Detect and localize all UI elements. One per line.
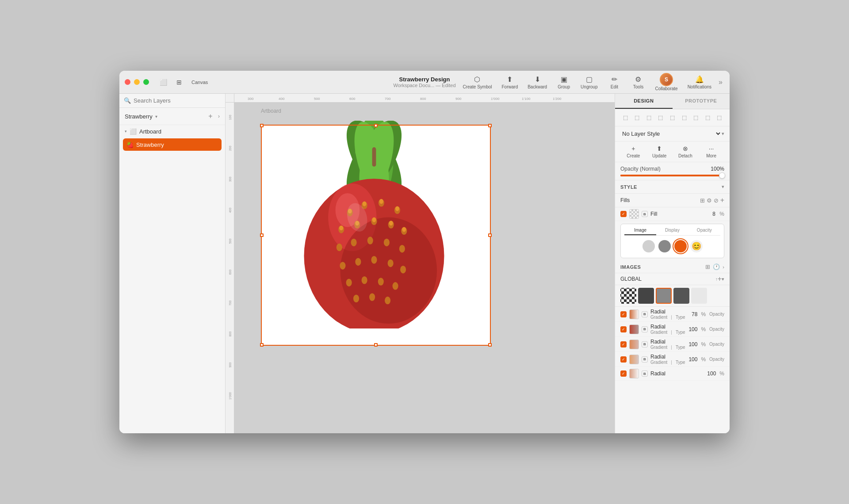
grad-b-icon-4: B [642,356,648,363]
close-button[interactable] [125,79,130,85]
fill-preview[interactable] [629,209,639,219]
fills-add-icon[interactable]: + [720,196,724,204]
create-symbol-tool[interactable]: ⬡ Create Symbol [458,73,496,91]
grad-value-2: 100 [688,326,697,332]
grad-checkbox-1[interactable] [620,311,627,317]
fill-checkbox[interactable] [620,211,627,217]
popup-labels: Image Display Opacity [624,228,720,236]
layer-style-select[interactable]: No Layer Style [620,130,722,137]
grad-preview-2[interactable] [629,325,639,334]
grid-toggle-icon[interactable]: ⊞ [172,76,186,88]
tab-prototype[interactable]: PROTOTYPE [673,94,730,109]
align-right-icon[interactable]: ⬚ [644,113,654,122]
add-page-icon[interactable]: + [206,111,215,121]
smart-distribute-icon[interactable]: ⬚ [714,113,724,122]
images-stack-icon[interactable]: ⊞ [705,263,710,270]
edit-tool[interactable]: ✏ Edit [603,73,626,91]
search-bar: 🔍 [119,94,225,108]
opacity-thumb[interactable] [719,172,725,179]
svg-point-29 [346,279,352,286]
fills-stack-icon[interactable]: ⊞ [700,197,705,204]
collaborate-tool[interactable]: S Collaborate [650,71,682,93]
align-bottom-icon[interactable]: ⬚ [679,113,689,122]
backward-tool[interactable]: ⬇ Backward [523,73,551,91]
create-action[interactable]: + Create [623,145,643,158]
traffic-lights [125,79,149,85]
grad-checkbox-2[interactable] [620,326,627,332]
circle-selected-option[interactable] [674,240,687,252]
grad-unit-5: % [719,370,724,377]
minimize-button[interactable] [134,79,140,85]
popup-label-image[interactable]: Image [624,228,656,235]
align-left-icon[interactable]: ⬚ [620,113,631,122]
grad-checkbox-4[interactable] [620,356,627,363]
notifications-tool[interactable]: 🔔 Notifications [683,73,716,91]
sidebar-toggle-icon[interactable]: ⬜ [156,76,170,88]
canvas-content[interactable]: Artboard [234,103,615,433]
page-chevron-icon[interactable]: ▾ [155,114,157,119]
swatch-dark2[interactable] [673,288,689,304]
images-chevron-icon[interactable]: › [723,264,724,270]
circle-plain-option[interactable] [642,240,655,252]
layer-artboard[interactable]: ▾ ⬜ Artboard [119,125,225,137]
circle-dark-option[interactable] [658,240,671,252]
group-tool[interactable]: ▣ Group [552,73,575,91]
swatch-checker[interactable] [620,288,636,304]
popup-label-display[interactable]: Display [656,228,688,235]
edit-label: Edit [611,84,618,89]
grad-type-2: Radial [650,324,686,330]
svg-rect-5 [372,147,376,167]
grad-preview-4[interactable] [629,355,639,364]
align-top-icon[interactable]: ⬚ [656,113,666,122]
layer-strawberry[interactable]: 🍓 Strawberry [123,138,222,151]
tools-tool[interactable]: ⚙ Tools [627,73,650,91]
grad-checkbox-5[interactable] [620,370,627,377]
grad-value-3: 100 [688,341,697,347]
grad-sep-1: | [671,315,672,320]
maximize-button[interactable] [143,79,149,85]
align-hcenter-icon[interactable]: ⬚ [632,113,642,122]
popup-label-opacity[interactable]: Opacity [688,228,720,235]
swatch-lighter[interactable] [691,288,707,304]
opacity-slider[interactable] [620,175,724,176]
strawberry-layer-name: Strawberry [136,141,164,148]
grad-preview-5[interactable] [629,369,639,378]
expand-icon[interactable]: » [717,78,724,86]
forward-tool[interactable]: ⬆ Forward [497,73,523,91]
align-vcenter-icon[interactable]: ⬚ [667,113,677,122]
grad-preview-1[interactable] [629,309,639,319]
grad-preview-3[interactable] [629,340,639,349]
grad-checkbox-3[interactable] [620,341,627,347]
ungroup-tool[interactable]: ▢ Ungroup [576,73,602,91]
circle-emoji-option[interactable]: 😊 [690,240,703,252]
tab-design[interactable]: DESIGN [615,94,673,109]
distribute-h-icon[interactable]: ⬚ [691,113,701,122]
update-action[interactable]: ⬆ Update [650,145,669,158]
more-action-label: More [706,153,716,158]
style-section-chevron-icon[interactable]: ▾ [722,184,724,190]
more-action[interactable]: ··· More [702,145,721,158]
avatar[interactable]: S [660,73,673,86]
global-add-icon[interactable]: + [718,275,722,283]
global-chevron-icon[interactable]: ▾ [722,276,724,282]
grad-gradient-label-2: Gradient [650,330,667,335]
swatch-medium-selected[interactable] [656,288,672,304]
swatch-dark[interactable] [638,288,654,304]
grad-unit-3: % [701,341,706,347]
page-header: Strawberry ▾ + › [119,108,225,125]
fills-settings-icon[interactable]: ⚙ [707,197,712,204]
distribute-v-icon[interactable]: ⬚ [703,113,713,122]
search-input[interactable] [134,97,221,104]
grad-gradient-label-4: Gradient [650,360,667,365]
grad-type-label-2: Type [676,330,685,335]
update-action-icon: ⬆ [657,145,662,152]
canvas-area[interactable]: 300 400 500 600 700 800 900 1'000 1'100 … [226,94,615,433]
fills-remove-icon[interactable]: ⊘ [714,197,719,204]
grad-opacity-label-3: Opacity [709,342,724,347]
images-clock-icon[interactable]: 🕐 [713,263,720,270]
create-symbol-icon: ⬡ [474,75,480,84]
sidebar-expand-icon[interactable]: › [218,113,220,119]
gradient-row-3: B Radial Gradient | Type 100 % Opacity [615,337,730,352]
detach-action[interactable]: ⊗ Detach [676,145,695,158]
svg-point-39 [395,206,399,211]
